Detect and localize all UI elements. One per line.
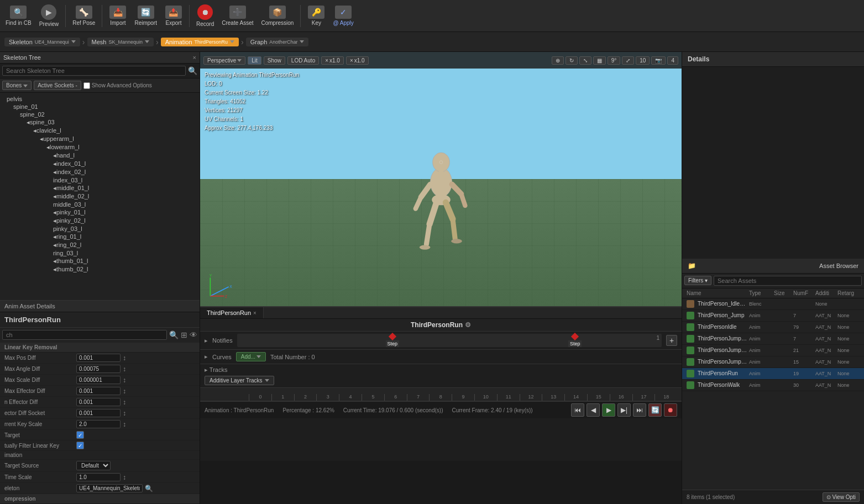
additive-layer-button[interactable]: Additive Layer Tracks: [205, 376, 274, 385]
skeleton-tree-content[interactable]: pelvisspine_01spine_02◂spine_03◂clavicle…: [0, 93, 200, 300]
tree-item[interactable]: spine_01: [0, 103, 200, 111]
detail-input[interactable]: [76, 387, 121, 395]
camera-button[interactable]: 📷: [651, 56, 666, 65]
lod-button[interactable]: LOD Auto: [287, 56, 319, 65]
detail-input[interactable]: [76, 354, 121, 362]
tree-item[interactable]: index_03_l: [0, 176, 200, 184]
anim-search-icon[interactable]: 🔍: [169, 330, 179, 339]
tree-item[interactable]: ◂pinky_02_l: [0, 217, 200, 225]
skip-end-button[interactable]: ⏭: [633, 403, 646, 417]
spin-button[interactable]: ↕: [123, 376, 126, 384]
show-advanced-checkbox[interactable]: [83, 82, 90, 89]
tree-item[interactable]: ◂lowerarm_l: [0, 143, 200, 151]
detail-input[interactable]: [76, 376, 121, 384]
create-asset-button[interactable]: ➕ Create Asset: [218, 2, 256, 30]
tree-item[interactable]: middle_03_l: [0, 201, 200, 208]
ref-pose-button[interactable]: 🦴 Ref Pose: [69, 2, 98, 30]
zoom1-button[interactable]: × x1.0: [321, 56, 344, 65]
tree-item[interactable]: ◂thumb_01_l: [0, 257, 200, 265]
spin-button[interactable]: ↕: [123, 421, 126, 428]
timeline-tab-thirdpersonrun[interactable]: ThirdPersonRun ×: [200, 307, 264, 318]
rotate-button[interactable]: ↻: [565, 56, 578, 65]
checkbox[interactable]: ✓: [76, 431, 84, 439]
asset-row[interactable]: ThirdPerson_Jump Anim 7 AAT_N None: [682, 310, 864, 322]
export-button[interactable]: 📤 Export: [161, 2, 186, 30]
search-assets-input[interactable]: [714, 276, 862, 286]
show-advanced-label[interactable]: Show Advanced Options: [83, 82, 152, 89]
key-button[interactable]: 🔑 Key: [304, 2, 328, 30]
spin-button[interactable]: ↕: [123, 387, 126, 395]
spin-button[interactable]: ↕: [123, 365, 126, 373]
skeleton-search-btn[interactable]: 🔍: [145, 485, 153, 492]
spin-button[interactable]: ↕: [123, 398, 126, 406]
translate-button[interactable]: ⊕: [552, 56, 564, 65]
prev-frame-button[interactable]: ◀: [587, 403, 600, 417]
notify-marker-1[interactable]: Step: [386, 334, 400, 347]
checkbox[interactable]: ✓: [76, 442, 84, 449]
curves-add-button[interactable]: Add...: [236, 352, 266, 361]
asset-row[interactable]: ThirdPersonWalk Anim 30 AAT_N None: [682, 380, 864, 391]
notifies-track[interactable]: Step Step 1: [237, 334, 662, 347]
tree-item[interactable]: ◂index_01_l: [0, 160, 200, 168]
time-scale-input[interactable]: [76, 473, 121, 481]
tree-item[interactable]: spine_02: [0, 111, 200, 118]
tree-item[interactable]: pelvis: [0, 95, 200, 103]
skeleton-search-input[interactable]: [2, 66, 186, 76]
tree-item[interactable]: ◂ring_02_l: [0, 241, 200, 249]
bones-dropdown[interactable]: Bones: [2, 81, 32, 90]
detail-input[interactable]: [76, 365, 121, 373]
show-button[interactable]: Show: [264, 56, 285, 65]
asset-row[interactable]: ThirdPersonJump_Start Anim 15 AAT_N None: [682, 356, 864, 368]
tree-item[interactable]: ◂hand_l: [0, 151, 200, 160]
asset-row[interactable]: ThirdPerson_IdleRun_2D Blenc None: [682, 298, 864, 310]
skip-start-button[interactable]: ⏮: [571, 403, 584, 417]
find-in-cb-button[interactable]: 🔍 Find in CB: [2, 2, 35, 30]
skeleton-input[interactable]: [76, 484, 143, 492]
preview-button[interactable]: ▶ Preview: [36, 2, 62, 30]
surface-button[interactable]: ▦: [593, 56, 606, 65]
breadcrumb-animation[interactable]: Animation ThirdPersonRu: [161, 38, 239, 46]
tree-item[interactable]: ◂thumb_02_l: [0, 265, 200, 274]
target-source-select[interactable]: Default: [76, 461, 111, 470]
play-button[interactable]: ▶: [602, 403, 615, 417]
reimport-button[interactable]: 🔄 Reimport: [131, 2, 160, 30]
tree-item[interactable]: ◂pinky_01_l: [0, 208, 200, 217]
compression-button[interactable]: 📦 Compression: [258, 2, 297, 30]
asset-row[interactable]: ThirdPersonJump_Loop Anim 21 AAT_N None: [682, 345, 864, 356]
next-frame-button[interactable]: ▶|: [617, 403, 631, 417]
view-options-button[interactable]: ⊙ View Opti: [823, 492, 860, 502]
apply-button[interactable]: ✓ @ Apply: [329, 2, 357, 30]
filters-button[interactable]: Filters ▾: [684, 276, 711, 285]
notify-marker-2[interactable]: Step: [568, 334, 582, 347]
sockets-dropdown[interactable]: Active Sockets -: [34, 81, 81, 90]
skeleton-tree-close[interactable]: ×: [193, 54, 196, 61]
tree-item[interactable]: ◂middle_01_l: [0, 184, 200, 192]
lit-button[interactable]: Lit: [248, 56, 261, 65]
tree-item[interactable]: ◂clavicle_l: [0, 127, 200, 135]
scale-button[interactable]: ⤡: [579, 56, 591, 65]
anim-search-input[interactable]: [2, 330, 167, 340]
perspective-dropdown[interactable]: Perspective: [203, 56, 245, 65]
tree-item[interactable]: ◂middle_02_l: [0, 192, 200, 201]
notify-add-button[interactable]: +: [666, 335, 677, 346]
tree-item[interactable]: pinky_03_l: [0, 225, 200, 233]
zoom2-button[interactable]: × x1.0: [346, 56, 369, 65]
detail-input[interactable]: [76, 420, 121, 428]
timeline-tab-close[interactable]: ×: [253, 310, 256, 316]
skeleton-search-icon[interactable]: 🔍: [188, 66, 197, 75]
breadcrumb-mesh[interactable]: Mesh SK_Mannequin: [87, 38, 154, 46]
time-scale-spin[interactable]: ↕: [123, 474, 126, 481]
record-button[interactable]: ⏺ Record: [193, 2, 217, 30]
spin-button[interactable]: ↕: [123, 354, 126, 362]
angle-val[interactable]: 9°: [608, 56, 621, 65]
tree-item[interactable]: ◂spine_03: [0, 118, 200, 127]
num-button[interactable]: 4: [667, 56, 678, 65]
record-timeline-button[interactable]: ⏺: [664, 403, 677, 417]
tree-item[interactable]: ◂upperarm_l: [0, 135, 200, 143]
import-button[interactable]: 📥 Import: [106, 2, 130, 30]
anim-eye-icon[interactable]: 👁: [190, 330, 197, 339]
asset-row[interactable]: ThirdPersonRun Anim 19 AAT_N None: [682, 368, 864, 380]
anim-grid-icon[interactable]: ⊞: [181, 330, 187, 339]
tree-item[interactable]: ring_03_l: [0, 249, 200, 257]
breadcrumb-skeleton[interactable]: Skeleton UE4_Mannequi: [4, 38, 80, 46]
